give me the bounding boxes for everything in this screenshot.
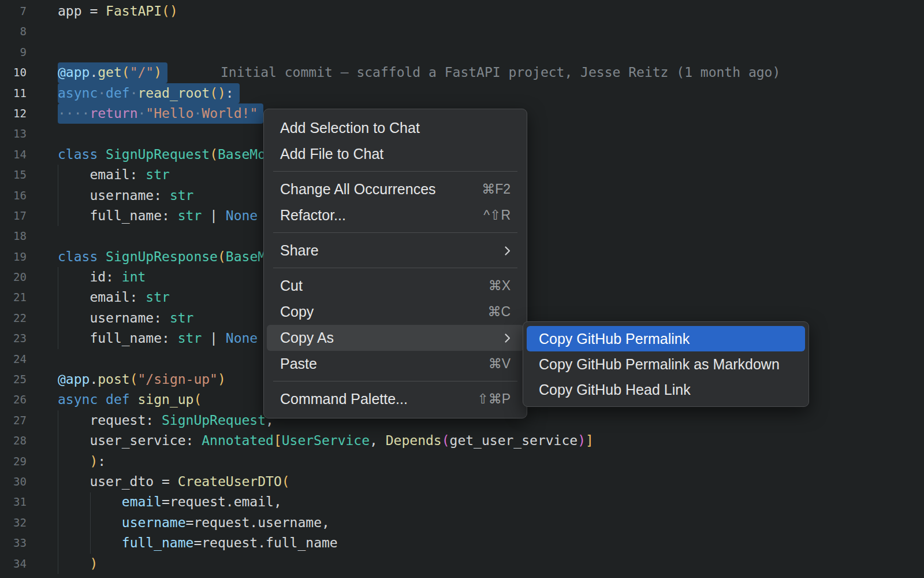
code-line[interactable]: 28 user_service: Annotated[UserService, … [0,431,924,451]
code-text: email=request.email, [58,492,282,512]
context-menu-item[interactable]: Add Selection to Chat [267,115,524,141]
submenu-item-label: Copy GitHub Permalink [539,331,793,347]
line-number[interactable]: 29 [0,451,27,472]
code-text: email: str [58,287,170,307]
menu-separator [273,268,517,268]
menu-item-label: Copy [280,303,479,320]
code-text: async·def·read_root(): [58,83,240,103]
submenu-chevron-icon [504,246,511,256]
code-text: user_service: Annotated[UserService, Dep… [58,431,594,451]
code-text: @app.get("/") [58,62,167,83]
line-number[interactable]: 9 [0,42,27,62]
menu-separator [273,381,517,381]
code-text: email: str [58,165,170,185]
submenu-item[interactable]: Copy GitHub Head Link [527,377,805,402]
code-text: username=request.username, [58,513,330,533]
line-number[interactable]: 31 [0,492,27,512]
code-line[interactable]: 34 ) [0,554,924,574]
context-menu-item[interactable]: Paste⌘V [267,351,524,377]
line-number[interactable]: 32 [0,513,27,533]
code-text: ): [58,451,106,472]
submenu-chevron-icon [504,333,511,343]
menu-item-label: Add File to Chat [280,146,511,162]
code-text: ····return·"Hello·World!" [58,103,263,124]
line-number[interactable]: 25 [0,369,27,390]
code-line[interactable]: 31 email=request.email, [0,492,924,512]
code-line[interactable]: 33 full_name=request.full_name [0,533,924,553]
menu-item-label: Cut [280,277,480,294]
context-menu-item[interactable]: Command Palette...⇧⌘P [267,386,524,412]
line-number[interactable]: 7 [0,1,27,21]
line-number[interactable]: 34 [0,554,27,574]
submenu-item[interactable]: Copy GitHub Permalink [527,326,805,351]
code-line[interactable]: 11async·def·read_root(): [0,83,924,103]
context-menu-item[interactable]: Change All Occurrences⌘F2 [267,176,524,202]
code-line[interactable]: 32 username=request.username, [0,513,924,533]
submenu-item[interactable]: Copy GitHub Permalink as Markdown [527,351,805,377]
menu-item-shortcut: ⌘C [487,304,511,320]
context-menu-item[interactable]: Share [267,238,524,264]
submenu-item-label: Copy GitHub Permalink as Markdown [539,356,793,373]
selection-highlight: async·def·read_root(): [58,83,240,103]
context-menu-item[interactable]: Copy⌘C [267,299,524,325]
line-number[interactable]: 16 [0,186,27,206]
line-number[interactable]: 15 [0,165,27,185]
line-number[interactable]: 24 [0,349,27,369]
code-text: async def sign_up( [58,390,202,410]
git-blame-annotation: Initial commit — scaffold a FastAPI proj… [221,62,780,83]
code-text: id: int [58,267,146,287]
menu-item-label: Change All Occurrences [280,181,474,198]
line-number[interactable]: 27 [0,410,27,431]
code-text: ) [58,554,98,574]
menu-item-shortcut: ⇧⌘P [477,391,511,407]
context-menu-item[interactable]: Copy As [267,325,524,351]
code-text: request: SignUpRequest, [58,410,274,431]
copy-as-submenu: Copy GitHub PermalinkCopy GitHub Permali… [523,321,809,407]
line-number[interactable]: 17 [0,206,27,226]
code-line[interactable]: 7app = FastAPI() [0,1,924,21]
line-number[interactable]: 12 [0,103,27,124]
code-line[interactable]: 30 user_dto = CreateUserDTO( [0,472,924,492]
code-line[interactable]: 8 [0,21,924,42]
line-number[interactable]: 26 [0,390,27,410]
code-editor-screen: 7app = FastAPI()8910@app.get("/")Initial… [0,0,924,578]
line-number[interactable]: 22 [0,308,27,328]
line-number[interactable]: 13 [0,124,27,144]
line-number[interactable]: 28 [0,431,27,451]
line-number[interactable]: 33 [0,533,27,553]
line-number[interactable]: 30 [0,472,27,492]
line-number[interactable]: 8 [0,21,27,42]
menu-item-label: Paste [280,355,480,372]
line-number[interactable]: 10 [0,62,27,83]
menu-separator [273,171,517,172]
menu-item-shortcut: ⌘V [489,356,511,372]
code-text: username: str [58,308,193,328]
context-menu-item[interactable]: Cut⌘X [267,273,524,299]
line-number[interactable]: 14 [0,144,27,165]
line-number[interactable]: 20 [0,267,27,287]
context-menu-item[interactable]: Refactor...^⇧R [267,202,524,228]
code-text: full_name=request.full_name [58,533,338,553]
menu-item-label: Command Palette... [280,391,469,407]
selection-highlight: ····return·"Hello·World!" [58,103,263,124]
code-line[interactable]: 10@app.get("/")Initial commit — scaffold… [0,62,924,83]
code-line[interactable]: 9 [0,42,924,62]
code-text: full_name: str | None [58,206,258,226]
menu-item-shortcut: ⌘X [489,278,511,294]
line-number[interactable]: 11 [0,83,27,103]
code-text: username: str [58,186,193,206]
submenu-item-label: Copy GitHub Head Link [539,381,793,398]
line-number[interactable]: 19 [0,247,27,267]
menu-item-label: Add Selection to Chat [280,120,511,136]
code-text: app = FastAPI() [58,1,178,21]
selection-highlight: @app.get("/") [58,62,167,83]
code-text: user_dto = CreateUserDTO( [58,472,290,492]
menu-item-shortcut: ⌘F2 [482,181,511,197]
context-menu: Add Selection to ChatAdd File to ChatCha… [263,109,527,418]
line-number[interactable]: 21 [0,287,27,307]
context-menu-item[interactable]: Add File to Chat [267,141,524,167]
menu-item-label: Share [280,242,496,259]
line-number[interactable]: 18 [0,226,27,246]
code-line[interactable]: 29 ): [0,451,924,472]
line-number[interactable]: 23 [0,328,27,349]
